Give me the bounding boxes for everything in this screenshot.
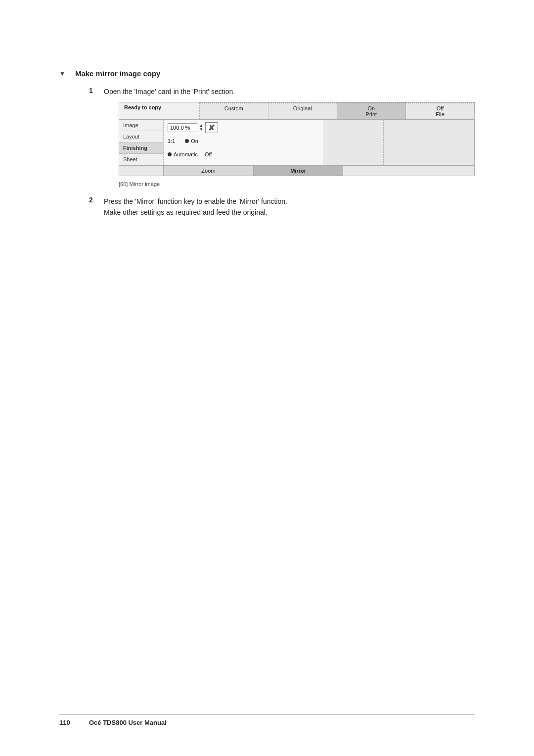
automatic-radio[interactable]: [168, 152, 172, 156]
tab-on-print[interactable]: On Print: [337, 102, 406, 119]
ui-col-right: [384, 120, 474, 165]
sidebar-image[interactable]: Image: [119, 120, 163, 131]
off-label: Off: [205, 151, 212, 157]
automatic-off-row: Automatic Off: [168, 149, 319, 160]
footer-page-number: 110: [59, 719, 89, 726]
status-label: Ready to copy: [119, 102, 200, 119]
page-content: ▼ Make mirror image copy 1 Open the 'Ima…: [0, 0, 534, 257]
bottom-spacer3: [425, 166, 474, 176]
bottom-spacer: [119, 166, 164, 176]
ui-sidebar: Image Layout Finishing Sheet: [119, 120, 164, 165]
tab-custom[interactable]: Custom: [200, 102, 268, 119]
triangle-icon: ▼: [59, 70, 65, 77]
on-radio[interactable]: [185, 139, 189, 143]
ui-main: ▲ ▼ ✘ 1:1 On: [164, 120, 323, 165]
zoom-arrows[interactable]: ▲ ▼: [199, 124, 203, 132]
ui-caption: [60] Mirror image: [119, 181, 475, 187]
ui-panel: Ready to copy Custom Original On Print O…: [119, 102, 475, 176]
ratio-label: 1:1: [168, 138, 175, 144]
tab-original[interactable]: Original: [268, 102, 337, 119]
step-1-text: Open the 'Image' card in the 'Print' sec…: [104, 88, 235, 95]
step-1-number: 1: [89, 87, 101, 94]
step-container: 1 Open the 'Image' card in the 'Print' s…: [89, 87, 475, 218]
tab-off-file[interactable]: Off File: [406, 102, 474, 119]
bottom-spacer2: [343, 166, 425, 176]
automatic-label: Automatic: [174, 151, 198, 157]
ratio-on-row: 1:1 On: [168, 136, 319, 146]
sidebar-finishing[interactable]: Finishing: [119, 142, 163, 154]
ui-col-spacer1: [323, 120, 384, 165]
step-2: 2 Press the 'Mirror' function key to ena…: [89, 196, 475, 218]
zoom-row: ▲ ▼ ✘: [168, 122, 319, 133]
sidebar-layout[interactable]: Layout: [119, 131, 163, 142]
footer-title: Océ TDS800 User Manual: [89, 719, 167, 726]
sidebar-sheet[interactable]: Sheet: [119, 154, 163, 165]
ui-topbar: Ready to copy Custom Original On Print O…: [119, 102, 474, 120]
page-footer: 110 Océ TDS800 User Manual: [59, 714, 475, 726]
section-header: ▼ Make mirror image copy: [59, 69, 475, 78]
step-1: 1 Open the 'Image' card in the 'Print' s…: [89, 87, 475, 187]
section-title: Make mirror image copy: [75, 69, 161, 78]
ui-body: Image Layout Finishing Sheet ▲: [119, 120, 474, 165]
bottom-tab-zoom[interactable]: Zoom: [164, 166, 254, 176]
step-2-number: 2: [89, 196, 101, 204]
step-2-text: Press the 'Mirror' function key to enabl…: [104, 196, 287, 218]
on-label: On: [191, 138, 198, 144]
step-2-line1: Press the 'Mirror' function key to enabl…: [104, 196, 287, 207]
mirror-icon-box[interactable]: ✘: [205, 122, 218, 133]
ui-bottom-tabs: Zoom Mirror: [119, 165, 474, 176]
step-2-line2: Make other settings as required and feed…: [104, 207, 287, 218]
zoom-input[interactable]: [168, 123, 197, 132]
bottom-tab-mirror[interactable]: Mirror: [254, 166, 344, 176]
